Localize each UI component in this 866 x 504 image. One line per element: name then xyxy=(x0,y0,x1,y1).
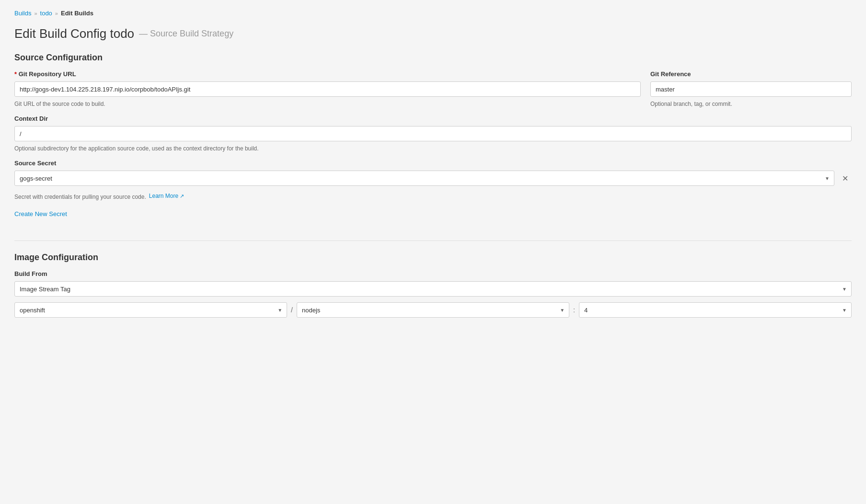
image-configuration-section: Image Configuration Build From Image Str… xyxy=(14,252,852,318)
external-link-icon: ↗ xyxy=(180,193,184,199)
context-dir-group: Context Dir Optional subdirectory for th… xyxy=(14,115,852,152)
git-reference-group: Git Reference Optional branch, tag, or c… xyxy=(650,70,852,107)
git-url-label: Git Repository URL xyxy=(14,70,641,78)
learn-more-label: Learn More xyxy=(149,193,178,199)
build-from-label: Build From xyxy=(14,270,852,277)
source-secret-select[interactable]: gogs-secret other-secret xyxy=(14,171,834,186)
tag-select-wrapper: 4 6 8 latest ▼ xyxy=(579,302,852,318)
section-divider xyxy=(14,241,852,241)
git-url-hint: Git URL of the source code to build. xyxy=(14,101,641,107)
source-secret-hint: Secret with credentials for pulling your… xyxy=(14,194,146,200)
source-secret-label: Source Secret xyxy=(14,160,852,167)
source-secret-clear-button[interactable]: ✕ xyxy=(838,172,852,185)
image-stream-select-wrapper: nodejs python ruby php ▼ xyxy=(297,302,569,318)
git-url-input[interactable] xyxy=(14,81,641,97)
git-reference-label: Git Reference xyxy=(650,70,852,78)
context-dir-hint: Optional subdirectory for the applicatio… xyxy=(14,145,852,152)
breadcrumb: Builds » todo » Edit Builds xyxy=(14,10,852,17)
breadcrumb-sep-1: » xyxy=(34,11,37,16)
source-secret-row: gogs-secret other-secret ▼ ✕ xyxy=(14,171,852,186)
image-config-title: Image Configuration xyxy=(14,252,852,263)
create-new-secret-link[interactable]: Create New Secret xyxy=(14,210,67,218)
source-configuration-section: Source Configuration Git Repository URL … xyxy=(14,53,852,229)
image-stream-select[interactable]: nodejs python ruby php xyxy=(297,302,569,318)
breadcrumb-sep-2: » xyxy=(55,11,58,16)
page-subtitle: — Source Build Strategy xyxy=(139,29,233,39)
source-secret-group: Source Secret gogs-secret other-secret ▼… xyxy=(14,160,852,206)
namespace-image-tag-row: openshift myproject ▼ / nodejs python ru… xyxy=(14,302,852,318)
build-from-select-wrapper: Image Stream Tag Image Stream Image Dock… xyxy=(14,281,852,297)
build-from-group: Build From Image Stream Tag Image Stream… xyxy=(14,270,852,297)
namespace-select-wrapper: openshift myproject ▼ xyxy=(14,302,287,318)
source-secret-select-wrapper: gogs-secret other-secret ▼ xyxy=(14,171,834,186)
breadcrumb-todo[interactable]: todo xyxy=(40,10,52,17)
context-dir-input[interactable] xyxy=(14,126,852,141)
page-title-container: Edit Build Config todo — Source Build St… xyxy=(14,26,852,41)
git-url-group: Git Repository URL Git URL of the source… xyxy=(14,70,641,107)
namespace-select[interactable]: openshift myproject xyxy=(14,302,287,318)
tag-select[interactable]: 4 6 8 latest xyxy=(579,302,852,318)
source-config-title: Source Configuration xyxy=(14,53,852,63)
context-dir-label: Context Dir xyxy=(14,115,852,122)
namespace-separator: / xyxy=(291,306,293,314)
image-stream-separator: : xyxy=(573,306,575,314)
git-reference-input[interactable] xyxy=(650,81,852,97)
source-secret-hint-row: Secret with credentials for pulling your… xyxy=(14,192,852,200)
breadcrumb-builds[interactable]: Builds xyxy=(14,10,31,17)
page-title: Edit Build Config todo xyxy=(14,26,134,41)
git-url-reference-row: Git Repository URL Git URL of the source… xyxy=(14,70,852,107)
git-reference-hint: Optional branch, tag, or commit. xyxy=(650,101,852,107)
build-from-select[interactable]: Image Stream Tag Image Stream Image Dock… xyxy=(14,281,852,297)
breadcrumb-current: Edit Builds xyxy=(61,10,93,17)
learn-more-link[interactable]: Learn More ↗ xyxy=(149,193,184,199)
